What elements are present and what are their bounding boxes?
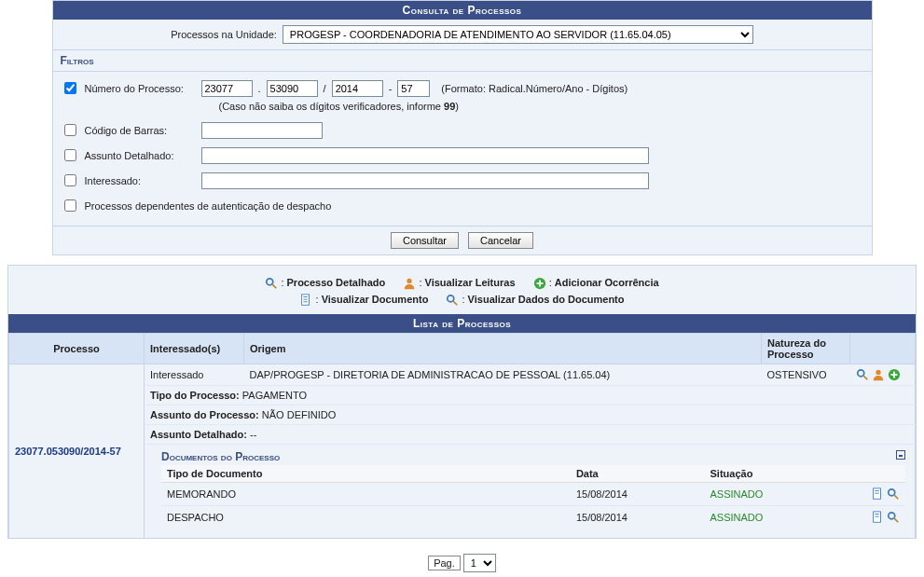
view-readers-action[interactable] [872, 368, 885, 381]
numero-ano-input[interactable] [332, 80, 383, 97]
assunto-detalhado-input[interactable] [201, 147, 649, 164]
unit-select[interactable]: PROGESP - COORDENADORIA DE ATENDIMENTO A… [283, 25, 753, 44]
svg-point-21 [889, 489, 895, 496]
doc-data: 15/08/2014 [571, 506, 705, 529]
cancelar-button[interactable]: Cancelar [468, 232, 533, 249]
svg-point-14 [876, 370, 880, 375]
interessado-checkbox[interactable] [64, 174, 76, 186]
view-detail-action[interactable] [856, 368, 869, 381]
interessado-input[interactable] [201, 172, 649, 189]
numero-sub-hint: (Caso não saiba os dígitos verificadores… [219, 101, 864, 117]
view-document-action[interactable] [871, 511, 884, 524]
numero-processo-checkbox[interactable] [64, 82, 76, 94]
doc-data: 15/08/2014 [571, 483, 705, 506]
pendentes-label: Processos dependentes de autenticação de… [85, 200, 332, 212]
pendentes-checkbox[interactable] [64, 199, 76, 212]
doc-tipo: MEMORANDO [161, 483, 571, 506]
numero-format-hint: (Formato: Radical.Número/Ano - Dígitos) [441, 83, 627, 94]
svg-line-13 [862, 376, 866, 379]
magnifier-icon [265, 277, 278, 290]
magnifier-doc-icon [446, 294, 459, 307]
natureza-cell: OSTENSIVO [762, 364, 850, 386]
interessado-label: Interessado: [85, 175, 142, 186]
docs-col-situacao: Situação [705, 465, 839, 483]
person-icon [403, 277, 416, 290]
view-document-data-action[interactable] [887, 511, 900, 524]
tipo-processo-value: PAGAMENTO [242, 390, 307, 401]
col-actions [850, 334, 916, 364]
numero-numero-input[interactable] [267, 80, 318, 97]
assunto-processo-label: Assunto do Processo: [150, 409, 259, 420]
svg-line-1 [272, 284, 276, 288]
consultar-button[interactable]: Consultar [391, 232, 459, 249]
processo-number-link[interactable]: 23077.053090/2014-57 [9, 364, 145, 539]
tipo-processo-label: Tipo do Processo: [150, 390, 240, 401]
assunto-processo-value: NÃO DEFINIDO [262, 409, 336, 420]
codigo-barras-checkbox[interactable] [64, 124, 76, 136]
view-document-action[interactable] [871, 488, 884, 501]
list-title: Lista de Processos [8, 314, 916, 333]
document-icon [299, 294, 312, 307]
svg-line-22 [894, 495, 898, 499]
assunto-detalhado-row-value: -- [250, 429, 256, 440]
filters-section-title: Filtros [53, 49, 872, 72]
assunto-detalhado-row-label: Assunto Detalhado: [150, 429, 247, 440]
collapse-docs-button[interactable] [896, 450, 905, 460]
view-document-data-action[interactable] [887, 488, 900, 501]
docs-col-data: Data [571, 465, 705, 483]
numero-radical-input[interactable] [201, 80, 253, 97]
svg-point-12 [857, 370, 863, 377]
col-processo: Processo [9, 334, 145, 364]
doc-situacao: ASSINADO [705, 483, 839, 506]
doc-tipo: DESPACHO [161, 506, 571, 529]
assunto-detalhado-checkbox[interactable] [64, 149, 76, 161]
add-occurrence-action[interactable] [888, 368, 901, 381]
pager-label: Pag. [428, 556, 461, 570]
col-origem: Origem [244, 334, 762, 364]
docs-col-tipo: Tipo de Documento [161, 465, 571, 483]
codigo-barras-input[interactable] [201, 122, 323, 139]
svg-point-2 [407, 279, 412, 283]
panel-title: Consulta de Processos [53, 1, 872, 20]
docs-title: Documentos do Processo [161, 450, 280, 463]
assunto-detalhado-label: Assunto Detalhado: [85, 150, 174, 161]
numero-processo-label: Número do Processo: [85, 83, 184, 94]
doc-situacao: ASSINADO [705, 506, 839, 529]
svg-point-26 [889, 513, 895, 519]
col-natureza: Natureza do Processo [762, 334, 850, 364]
interessado-cell: Interessado [145, 364, 244, 386]
svg-line-27 [894, 518, 898, 522]
codigo-barras-label: Código de Barras: [85, 125, 168, 136]
svg-point-10 [448, 295, 454, 302]
unit-label: Processos na Unidade: [171, 29, 277, 40]
origem-cell: DAP/PROGESP - DIRETORIA DE ADMINISTRACAO… [244, 364, 762, 386]
legend: : Processo Detalhado : Visualizar Leitur… [8, 266, 916, 314]
numero-digitos-input[interactable] [397, 80, 430, 97]
svg-point-0 [267, 279, 273, 285]
svg-line-11 [453, 301, 457, 305]
col-interessado: Interessado(s) [145, 334, 244, 364]
add-icon [533, 277, 546, 290]
pager-select[interactable]: 1 [463, 554, 496, 572]
